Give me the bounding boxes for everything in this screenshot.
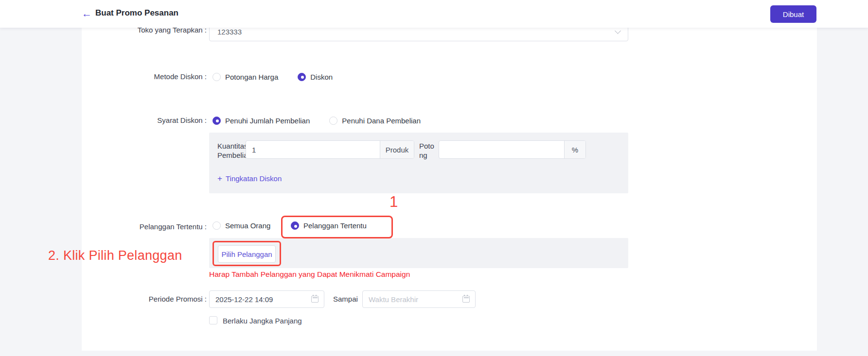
- add-tier-label: Tingkatan Diskon: [226, 174, 282, 183]
- start-time-input[interactable]: [210, 295, 311, 304]
- specific-customer-label: Pelanggan Tertentu :: [95, 221, 207, 232]
- plus-icon: +: [217, 175, 222, 182]
- radio-label: Penuhi Dana Pembelian: [342, 117, 421, 125]
- quantity-input-group: Produk: [246, 140, 414, 159]
- discount-input-group: %: [439, 140, 586, 159]
- end-time-input[interactable]: [363, 295, 462, 304]
- quantity-input[interactable]: [246, 141, 380, 158]
- radio-semua-orang[interactable]: Semua Orang: [213, 221, 270, 230]
- long-term-label: Berlaku Jangka Panjang: [223, 317, 302, 325]
- radio-label: Pelanggan Tertentu: [303, 221, 367, 230]
- page-title: Buat Promo Pesanan: [95, 8, 178, 18]
- promo-form-card: Toko yang Terapkan : 123333 Metode Disko…: [82, 28, 817, 351]
- until-label: Sampai: [333, 294, 358, 305]
- radio-pelanggan-tertentu[interactable]: Pelanggan Tertentu: [291, 221, 367, 230]
- radio-penuhi-dana-pembelian[interactable]: Penuhi Dana Pembelian: [329, 117, 421, 125]
- radio-circle-icon[interactable]: [213, 221, 221, 230]
- discount-addon: %: [564, 141, 585, 158]
- radio-label: Semua Orang: [225, 221, 270, 230]
- radio-penuhi-jumlah-pembelian[interactable]: Penuhi Jumlah Pembelian: [213, 117, 310, 125]
- add-tier-link[interactable]: + Tingkatan Diskon: [217, 174, 282, 183]
- choose-customer-button[interactable]: Pilih Pelanggan: [218, 245, 276, 263]
- discount-condition-label: Syarat Diskon :: [95, 115, 207, 126]
- radio-circle-icon[interactable]: [329, 117, 337, 125]
- discount-method-label: Metode Diskon :: [95, 71, 207, 82]
- top-header-bar: ← Buat Promo Pesanan Dibuat: [0, 0, 868, 28]
- radio-circle-icon[interactable]: [291, 221, 299, 230]
- radio-diskon[interactable]: Diskon: [298, 73, 333, 81]
- end-time-picker[interactable]: [362, 290, 476, 308]
- calendar-icon: [311, 296, 319, 303]
- quantity-addon: Produk: [380, 141, 414, 158]
- create-button[interactable]: Dibuat: [770, 5, 816, 23]
- radio-circle-icon[interactable]: [298, 73, 306, 81]
- discount-tier-panel: Kuantitas Pembelian Produk Potong % + Ti…: [209, 133, 628, 193]
- discount-amount-label: Potong: [419, 141, 436, 160]
- radio-circle-icon[interactable]: [213, 73, 221, 81]
- chevron-down-icon: [615, 28, 621, 34]
- radio-label: Diskon: [310, 73, 333, 81]
- back-arrow-icon[interactable]: ←: [82, 7, 92, 20]
- radio-label: Penuhi Jumlah Pembelian: [225, 117, 310, 125]
- start-time-picker[interactable]: [209, 290, 324, 308]
- promo-period-label: Periode Promosi :: [95, 294, 207, 305]
- customer-error-message: Harap Tambah Pelanggan yang Dapat Menikm…: [209, 270, 410, 279]
- radio-label: Potongan Harga: [225, 73, 278, 81]
- calendar-icon: [462, 296, 470, 303]
- radio-potongan-harga[interactable]: Potongan Harga: [213, 73, 278, 81]
- long-term-checkbox[interactable]: [209, 316, 217, 324]
- discount-input[interactable]: [439, 141, 564, 158]
- discount-condition-radio-group: Penuhi Jumlah Pembelian Penuhi Dana Pemb…: [213, 115, 421, 126]
- radio-circle-icon[interactable]: [213, 117, 221, 125]
- discount-method-radio-group: Potongan Harga Diskon: [213, 71, 333, 82]
